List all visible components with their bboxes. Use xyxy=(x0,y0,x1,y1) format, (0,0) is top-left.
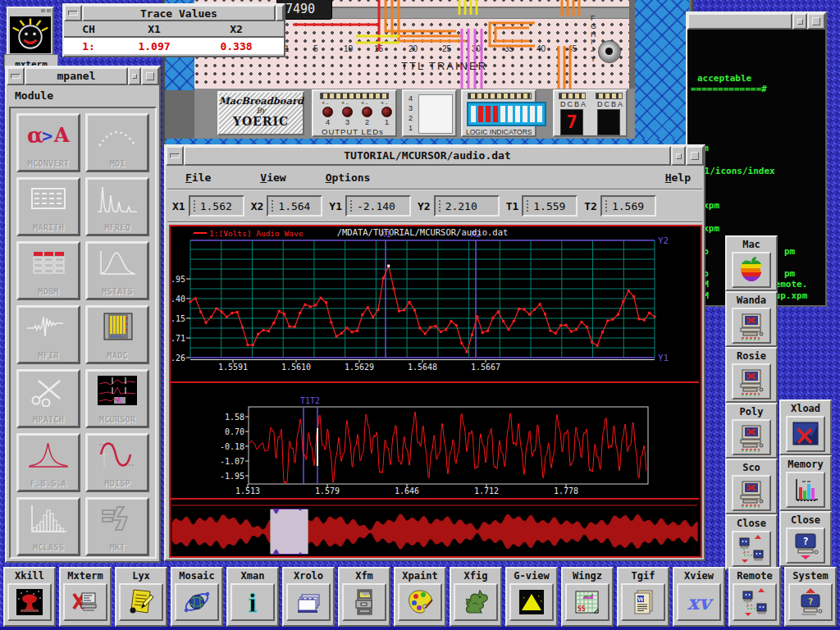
x-tick-label: 1.712 xyxy=(474,486,499,495)
dock-button-xman[interactable]: Xmani xyxy=(226,567,279,627)
dock-button-system[interactable]: System? xyxy=(784,567,837,627)
mpanel-minimize-button[interactable] xyxy=(7,67,25,85)
trace-values-titlebar[interactable]: Trace Values xyxy=(64,5,284,21)
dock-button-xfig[interactable]: Xfig xyxy=(450,567,502,627)
dock-button-mosaic[interactable]: Mosaic xyxy=(171,567,223,627)
logic-indicator-slot xyxy=(508,106,513,122)
module-marith-button[interactable]: MARITH xyxy=(16,177,80,236)
audio-maximize-button[interactable] xyxy=(686,146,704,166)
data-point-marker xyxy=(591,341,593,344)
button-label: Rosie xyxy=(727,350,776,362)
data-point-marker xyxy=(476,316,478,318)
workstation-icon xyxy=(732,419,771,455)
text-cursor-icon xyxy=(439,200,443,212)
desktop-button-rosie-2[interactable]: Rosie xyxy=(725,347,778,403)
module-mdi-button[interactable]: MDI xyxy=(85,113,149,172)
readout-y2-field[interactable]: 2.210 xyxy=(434,195,500,217)
dock-button-wingz[interactable]: WingzSS xyxy=(561,567,614,627)
data-point-marker xyxy=(351,331,354,333)
terminal-maximize-button[interactable] xyxy=(807,13,825,30)
desktop-button-close-8[interactable]: Close? xyxy=(779,511,832,567)
seven-segment-display-left: 7 xyxy=(560,109,583,135)
trace-minimize-button[interactable] xyxy=(64,5,82,21)
module-mclass-button[interactable]: MCLASS xyxy=(16,497,80,556)
data-point-marker xyxy=(194,297,197,299)
dock-button-tgif[interactable]: TgifW xyxy=(617,567,669,627)
module-mdisp-button[interactable]: MDISP xyxy=(85,433,149,492)
module-mconvert-button[interactable]: α>AMCONVERT xyxy=(16,113,80,172)
trace-values-window[interactable]: Trace Values CHX1X2 1:1.0970.338 xyxy=(62,3,285,57)
data-point-marker xyxy=(372,316,374,318)
smiley-face-icon[interactable] xyxy=(10,16,51,53)
module-mfir-button[interactable]: MFIR xyxy=(16,305,80,364)
data-point-marker xyxy=(236,311,239,313)
logic-indicator-slot xyxy=(515,106,520,122)
dock-button-remote[interactable]: Remote xyxy=(728,567,781,627)
dock-button-xview[interactable]: Xviewxv xyxy=(673,567,725,627)
data-point-marker xyxy=(278,310,281,313)
terminal-titlebar[interactable] xyxy=(687,13,825,30)
readout-y1-field[interactable]: -2.140 xyxy=(345,195,411,217)
x-tick-label: 1.5648 xyxy=(408,363,437,372)
audio-dat-window[interactable]: TUTORIAL/MCURSOR/audio.dat FileViewOptio… xyxy=(164,144,705,561)
module-mstats-button[interactable]: MSTATS xyxy=(85,241,149,300)
data-point-marker xyxy=(533,308,536,311)
network-computers-icon xyxy=(732,531,771,567)
desktop-button-xload-6[interactable]: Xload xyxy=(779,399,832,455)
menu-file[interactable]: File xyxy=(185,171,211,184)
module-mcursor-button[interactable]: MCURSOR xyxy=(85,369,149,428)
module-label: MFIR xyxy=(19,350,78,360)
globe-icon xyxy=(175,583,219,621)
dock-button-xkill[interactable]: Xkill xyxy=(3,567,56,627)
desktop-button-close-5[interactable]: Close xyxy=(725,514,778,570)
desktop-button-sco-4[interactable]: Sco xyxy=(725,459,778,514)
module-madc-button[interactable]: MADC xyxy=(85,305,149,364)
module-mpatch-button[interactable]: MPATCH xyxy=(16,369,80,428)
data-point-marker xyxy=(294,326,296,328)
module-mdbm-button[interactable]: MDBM xyxy=(16,241,80,300)
switch-window[interactable] xyxy=(418,94,453,134)
output-leds-panel: + -4+ -3+ -2+ -1 OUTPUT LEDs xyxy=(312,89,397,137)
mpanel-menubar: Module xyxy=(7,85,159,105)
mpanel-titlebar[interactable]: mpanel xyxy=(7,67,159,85)
mxterm-icon-window[interactable] xyxy=(7,7,54,56)
audio-restore-button[interactable] xyxy=(671,146,686,166)
mpanel-restore-button[interactable] xyxy=(128,67,141,85)
dock-button-xrolo[interactable]: Xrolo xyxy=(282,567,335,627)
data-point-marker xyxy=(482,331,484,334)
button-label: Xkill xyxy=(5,570,54,582)
module-f-b-s-a-button[interactable]: F.B.S.A xyxy=(16,433,80,492)
dock-button-xfm[interactable]: Xfm xyxy=(338,567,390,627)
menu-view[interactable]: View xyxy=(260,171,285,184)
waveform-plot-area[interactable]: 0.950.40-0.15-0.71-1.261.55911.56101.562… xyxy=(169,225,702,558)
data-point-marker xyxy=(403,308,405,311)
mpanel-window[interactable]: mpanel Module α>AMCONVERTMDIMARITHMFREQM… xyxy=(5,66,161,563)
audio-minimize-button[interactable] xyxy=(166,146,184,166)
data-point-marker xyxy=(320,297,322,299)
module-mkt-button[interactable]: MKT xyxy=(85,497,149,556)
terminal-line: acceptable xyxy=(697,73,751,84)
dock-button-xpaint[interactable]: Xpaint xyxy=(394,567,446,627)
desktop-button-memory-7[interactable]: Memory xyxy=(779,455,832,511)
dock-button-mxterm[interactable]: Mxterm xyxy=(59,567,112,627)
menu-options[interactable]: Options xyxy=(326,171,371,184)
switch-number-label: 4 xyxy=(409,94,413,103)
desktop-button-mac-0[interactable]: Mac xyxy=(725,235,778,291)
readout-t1-field[interactable]: 1.559 xyxy=(522,195,578,217)
readout-x1-field[interactable]: 1.562 xyxy=(189,195,244,217)
button-label: Wingz xyxy=(563,570,612,582)
module-mfreq-button[interactable]: MFREQ xyxy=(85,177,149,236)
x-tick-label: 1.646 xyxy=(395,486,419,495)
dock-button-lyx[interactable]: Lyx xyxy=(115,567,167,627)
desktop-button-poly-3[interactable]: Poly xyxy=(725,403,778,459)
mpanel-maximize-button[interactable] xyxy=(141,67,159,85)
desktop-button-wanda-1[interactable]: Wanda xyxy=(725,291,778,347)
dock-button-g-view[interactable]: G-view xyxy=(505,567,558,627)
audio-titlebar[interactable]: TUTORIAL/MCURSOR/audio.dat xyxy=(166,146,704,166)
terminal-restore-button[interactable] xyxy=(792,13,807,30)
menu-help[interactable]: Help xyxy=(665,171,691,184)
trace-resize-handle[interactable] xyxy=(276,5,284,21)
readout-t2-field[interactable]: 1.569 xyxy=(600,195,656,217)
menu-module[interactable]: Module xyxy=(15,89,53,102)
readout-x2-field[interactable]: 1.564 xyxy=(267,195,322,217)
